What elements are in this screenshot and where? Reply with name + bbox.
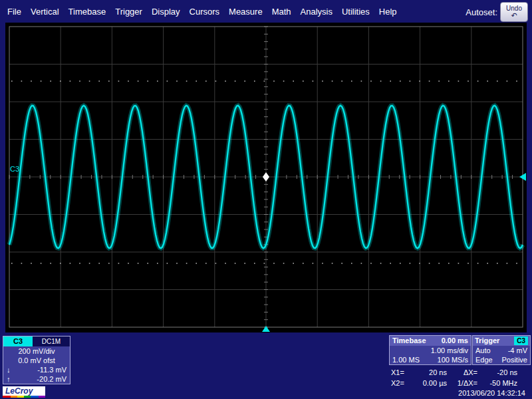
channel-measurement-row: ↓ -11.3 mV: [3, 365, 70, 374]
timebase-samples: 1.00 MS: [392, 355, 420, 364]
trigger-box[interactable]: Trigger C3 Auto -4 mV Edge Positive: [472, 335, 531, 365]
timebase-position: 0.00 ms: [442, 336, 468, 346]
trigger-header: Trigger C3: [473, 336, 530, 346]
channel-coupling: DC1M: [33, 336, 70, 346]
channel-header: C3 DC1M: [3, 336, 70, 346]
timebase-title: Timebase: [392, 336, 426, 346]
channel-measurement-row: ↑ -20.2 mV: [3, 374, 70, 384]
cursor-row-1: X1= 20 ns ΔX= -20 ns: [391, 367, 521, 378]
cursor-invdx-label: 1/ΔX=: [447, 378, 477, 388]
cursor-x1-label: X1=: [391, 367, 412, 378]
menu-item-measure[interactable]: Measure: [224, 7, 267, 17]
trigger-source-badge: C3: [514, 336, 528, 345]
menu-item-timebase[interactable]: Timebase: [64, 7, 111, 17]
channel-scale: 200 mV/div: [3, 346, 70, 356]
trigger-level: -4 mV: [508, 346, 527, 355]
channel-offset: 0.0 mV ofst: [3, 356, 70, 365]
trigger-mode-row: Auto -4 mV: [473, 346, 530, 355]
status-panel: C3 DC1M 200 mV/div 0.0 mV ofst ↓ -11.3 m…: [0, 332, 532, 399]
channel-descriptor-box[interactable]: C3 DC1M 200 mV/div 0.0 mV ofst ↓ -11.3 m…: [3, 336, 70, 384]
timebase-sampling-row: 1.00 MS 100 MS/s: [390, 355, 471, 364]
menu-item-trigger[interactable]: Trigger: [110, 7, 147, 17]
cursor-x1-value: 20 ns: [412, 367, 447, 378]
menu-item-vertical[interactable]: Vertical: [26, 7, 64, 17]
timebase-scale: 1.00 ms/div: [390, 346, 471, 355]
trigger-title: Trigger: [475, 336, 499, 346]
trigger-type-row: Edge Positive: [473, 355, 530, 364]
arrow-up-icon: ↑: [7, 374, 11, 384]
lecroy-logo: LeCroy: [3, 386, 45, 398]
cursor-readout: X1= 20 ns ΔX= -20 ns X2= 0.00 µs 1/ΔX= -…: [391, 367, 521, 388]
lecroy-logo-stripes: [3, 396, 45, 398]
scope-display: C3: [5, 23, 527, 332]
cursor-x2-value: 0.00 µs: [412, 378, 447, 388]
cursor-dx-label: ΔX=: [447, 367, 477, 378]
menu-item-cursors[interactable]: Cursors: [185, 7, 225, 17]
trigger-slope: Positive: [501, 355, 527, 364]
timebase-box[interactable]: Timebase 0.00 ms 1.00 ms/div 1.00 MS 100…: [389, 335, 471, 365]
cursor-row-2: X2= 0.00 µs 1/ΔX= -50 MHz: [391, 378, 521, 388]
channel-measurement-value: -11.3 mV: [37, 365, 66, 374]
trigger-type: Edge: [475, 355, 493, 364]
cursor-x2-label: X2=: [391, 378, 412, 388]
channel-measurement-value: -20.2 mV: [37, 374, 66, 384]
cursor-invdx-value: -50 MHz: [477, 378, 517, 388]
menu-item-analysis[interactable]: Analysis: [296, 7, 337, 17]
menu-item-file[interactable]: File: [3, 7, 26, 17]
menu-item-math[interactable]: Math: [267, 7, 296, 17]
menu-item-utilities[interactable]: Utilities: [337, 7, 374, 17]
menu-item-help[interactable]: Help: [374, 7, 402, 17]
timebase-header: Timebase 0.00 ms: [390, 336, 471, 346]
undo-button[interactable]: Undo ↶: [500, 2, 528, 22]
menu-item-display[interactable]: Display: [147, 7, 185, 17]
datetime-display: 2013/06/20 14:32:14: [458, 389, 525, 397]
undo-arrow-icon: ↶: [511, 12, 517, 19]
channel-name-badge: C3: [3, 336, 33, 346]
trigger-position-marker[interactable]: [262, 326, 270, 332]
lecroy-logo-text: LeCroy: [3, 386, 45, 396]
scope-canvas: C3: [5, 23, 527, 332]
undo-button-label: Undo: [506, 5, 522, 12]
channel-grid-label: C3: [10, 165, 19, 173]
timebase-rate: 100 MS/s: [438, 355, 468, 364]
autoset-label: Autoset:: [466, 7, 497, 17]
menu-bar: File Vertical Timebase Trigger Display C…: [0, 0, 532, 23]
trigger-mode: Auto: [475, 346, 491, 355]
cursor-dx-value: -20 ns: [477, 367, 517, 378]
arrow-down-icon: ↓: [7, 365, 11, 374]
trigger-point-icon: [263, 172, 269, 182]
